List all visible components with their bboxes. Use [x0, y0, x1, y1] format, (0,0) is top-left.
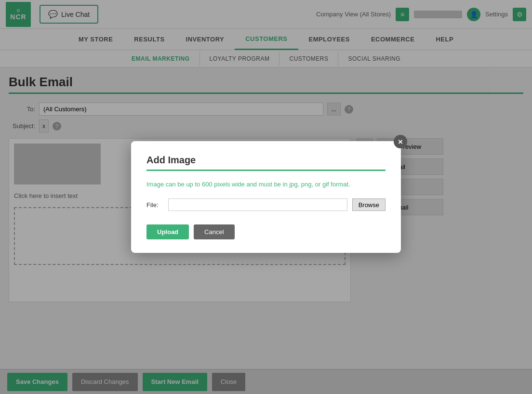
modal-close-button[interactable]: × [394, 135, 407, 148]
modal-file-label: File: [146, 201, 163, 209]
modal-browse-button[interactable]: Browse [352, 198, 386, 211]
modal-file-input[interactable] [168, 198, 347, 211]
modal-overlay: × Add Image Image can be up to 600 pixel… [0, 0, 532, 394]
modal-cancel-button[interactable]: Cancel [194, 224, 234, 239]
modal-title: Add Image [146, 155, 386, 166]
close-icon: × [398, 138, 403, 146]
modal-info-text: Image can be up to 600 pixels wide and m… [146, 181, 386, 188]
modal-upload-button[interactable]: Upload [146, 224, 189, 239]
modal-title-underline [146, 170, 386, 171]
modal-file-row: File: Browse [146, 198, 386, 211]
modal-buttons: Upload Cancel [146, 224, 386, 239]
modal: × Add Image Image can be up to 600 pixel… [131, 141, 401, 253]
